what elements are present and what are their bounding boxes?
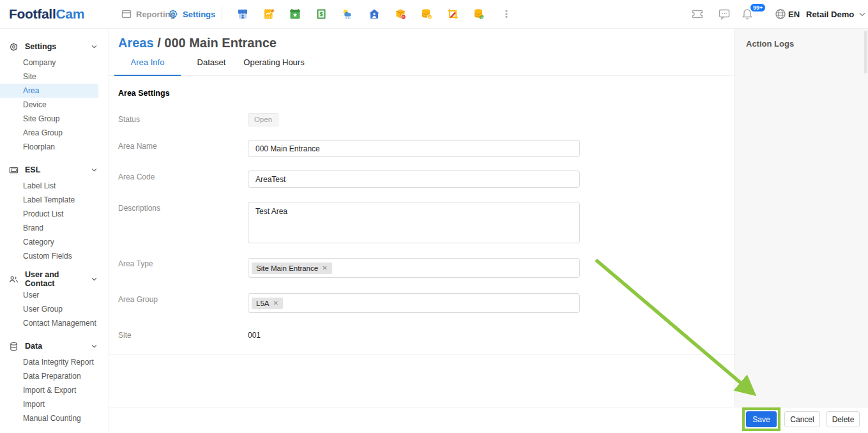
package-alert-icon[interactable] <box>394 8 407 20</box>
invoice-icon[interactable]: $ <box>315 8 328 20</box>
cancel-button[interactable]: Cancel <box>784 411 820 427</box>
store-icon[interactable] <box>236 8 249 20</box>
sidebar-item-area[interactable]: Area <box>0 84 98 98</box>
sidebar-section-settings[interactable]: Settings <box>0 38 109 56</box>
data-edit-icon[interactable] <box>446 8 459 20</box>
database-check-icon[interactable] <box>420 8 433 20</box>
save-button[interactable]: Save <box>746 411 777 427</box>
area-group-label: Area Group <box>118 295 240 304</box>
breadcrumb-areas-link[interactable]: Areas <box>118 36 154 50</box>
reporting-window-icon <box>121 9 132 19</box>
settings-sidebar: Settings Company Site Area Device Site G… <box>0 29 109 433</box>
sidebar-item-brand[interactable]: Brand <box>0 221 109 235</box>
area-tabs: Area Info Dataset Operating Hours <box>109 57 735 76</box>
sidebar-section-data[interactable]: Data <box>0 337 109 355</box>
sidebar-item-label-template[interactable]: Label Template <box>0 193 109 207</box>
tab-area-info[interactable]: Area Info <box>114 57 181 76</box>
esl-icon <box>9 165 19 175</box>
database-icon <box>9 342 19 351</box>
status-open-button[interactable]: Open <box>248 113 278 126</box>
nav-settings[interactable]: Settings <box>168 0 215 28</box>
account-menu[interactable]: Retail Demo <box>806 10 865 19</box>
remove-tag-icon[interactable]: ✕ <box>273 300 278 307</box>
weather-icon[interactable] <box>341 8 354 20</box>
sidebar-item-product-list[interactable]: Product List <box>0 207 109 221</box>
footfallcam-logo[interactable]: FootfallCam <box>9 6 84 22</box>
sidebar-item-custom-fields[interactable]: Custom Fields <box>0 249 109 263</box>
sidebar-item-user[interactable]: User <box>0 288 109 302</box>
sidebar-item-device[interactable]: Device <box>0 98 109 112</box>
area-group-tag: L5A ✕ <box>252 298 283 309</box>
home-traffic-icon[interactable] <box>368 8 381 20</box>
area-type-field[interactable]: Site Main Entrance ✕ <box>248 258 580 278</box>
sidebar-section-user-and-contact[interactable]: User and Contact <box>0 270 109 288</box>
sidebar-item-category[interactable]: Category <box>0 235 109 249</box>
scrollbar-thumb[interactable] <box>864 31 867 73</box>
sidebar-item-user-group[interactable]: User Group <box>0 302 109 316</box>
area-name-label: Area Name <box>118 142 240 151</box>
footfallcam-settings-page: FootfallCam Reporting Settings $ <box>0 0 868 433</box>
area-settings-heading: Area Settings <box>118 89 170 98</box>
more-apps-icon[interactable]: ⋮ <box>500 8 513 20</box>
sidebar-item-import[interactable]: Import <box>0 397 109 411</box>
sidebar-item-manual-counting[interactable]: Manual Counting <box>0 411 109 425</box>
tab-operating-hours[interactable]: Operating Hours <box>239 57 309 76</box>
remove-tag-icon[interactable]: ✕ <box>322 264 327 271</box>
sidebar-item-import-export[interactable]: Import & Export <box>0 383 109 397</box>
form-section-divider <box>109 354 735 355</box>
chevron-up-icon <box>91 277 97 281</box>
top-header: FootfallCam Reporting Settings $ <box>0 0 868 29</box>
sidebar-item-contact-management[interactable]: Contact Management <box>0 316 109 330</box>
area-code-label: Area Code <box>118 172 240 181</box>
users-icon <box>9 275 19 284</box>
breadcrumb: Areas / 000 Main Entrance <box>118 36 277 50</box>
chevron-up-icon <box>91 344 97 348</box>
gear-icon <box>168 9 178 19</box>
footer-action-bar: Save Cancel Delete <box>109 407 868 433</box>
action-logs-panel: Action Logs <box>735 29 868 407</box>
descriptions-label: Descriptions <box>118 204 240 213</box>
notification-count-badge: 99+ <box>750 3 766 12</box>
descriptions-textarea[interactable]: Test Area <box>248 202 580 243</box>
delete-button[interactable]: Delete <box>826 411 860 427</box>
ticket-icon[interactable] <box>691 8 704 20</box>
database-sync-icon[interactable] <box>473 8 485 20</box>
sales-report-icon[interactable] <box>263 8 275 20</box>
sidebar-item-site[interactable]: Site <box>0 70 109 84</box>
status-label: Status <box>118 115 240 124</box>
area-detail-content: Areas / 000 Main Entrance Area Info Data… <box>109 29 735 407</box>
area-name-input[interactable] <box>248 140 580 157</box>
header-divider <box>222 6 222 22</box>
gear-icon <box>9 42 19 52</box>
action-logs-title: Action Logs <box>746 39 794 49</box>
area-type-label: Area Type <box>118 259 240 268</box>
sidebar-item-label-list[interactable]: Label List <box>0 179 109 193</box>
area-type-tag: Site Main Entrance ✕ <box>252 262 332 274</box>
globe-icon[interactable] <box>774 8 787 20</box>
sidebar-item-data-preparation[interactable]: Data Preparation <box>0 369 109 383</box>
sidebar-item-company[interactable]: Company <box>0 56 109 70</box>
nav-reporting[interactable]: Reporting <box>121 0 175 28</box>
svg-text:$: $ <box>319 11 323 17</box>
chevron-up-icon <box>91 168 97 172</box>
site-label: Site <box>118 331 240 340</box>
sidebar-item-site-group[interactable]: Site Group <box>0 112 109 126</box>
chat-icon[interactable] <box>718 8 731 20</box>
chevron-up-icon <box>91 45 97 49</box>
language-selector[interactable]: EN <box>788 10 800 19</box>
sidebar-section-esl[interactable]: ESL <box>0 161 109 179</box>
sidebar-item-floorplan[interactable]: Floorplan <box>0 140 109 154</box>
tab-dataset[interactable]: Dataset <box>189 57 234 76</box>
sidebar-item-area-group[interactable]: Area Group <box>0 126 109 140</box>
site-value: 001 <box>248 331 261 340</box>
sidebar-item-data-integrity-report[interactable]: Data Integrity Report <box>0 355 109 369</box>
breadcrumb-current: 000 Main Entrance <box>164 36 277 50</box>
area-code-input[interactable] <box>248 171 580 188</box>
area-group-field[interactable]: L5A ✕ <box>248 293 580 313</box>
chevron-down-icon <box>859 12 865 17</box>
event-calendar-icon[interactable] <box>289 8 301 20</box>
